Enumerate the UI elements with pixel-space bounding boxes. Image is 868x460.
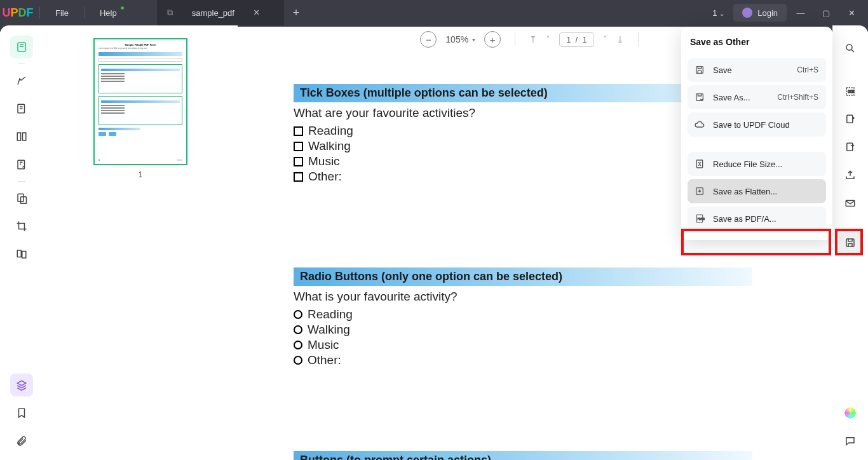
checkbox-icon[interactable] [294,126,303,136]
window-close-icon[interactable]: ✕ [840,1,863,24]
crop-tool-icon[interactable] [10,215,33,238]
save-panel-title: Save as Other [681,27,832,55]
flatten-icon [694,186,705,197]
save-to-cloud-button[interactable]: Save to UPDF Cloud [688,112,826,137]
tab-close-icon[interactable]: × [254,7,259,18]
layers-icon[interactable] [10,374,33,396]
new-tab-button[interactable]: + [284,6,309,20]
login-button[interactable]: Login [733,4,787,22]
redact-tool-icon[interactable] [10,187,33,210]
share-icon[interactable] [839,164,862,187]
svg-rect-8 [22,252,26,259]
save-button[interactable]: Save Ctrl+S [688,58,826,82]
form-tool-icon[interactable] [10,153,33,176]
menu-help[interactable]: Help [88,8,128,18]
menu-file[interactable]: File [44,8,80,18]
prev-page-icon[interactable]: ˄ [546,34,550,44]
radio-option[interactable]: Other: [294,353,752,367]
page-thumbnail[interactable]: Sample Fillable PDF Form Lorem ipsum tex… [93,38,187,165]
radio-icon[interactable] [294,325,302,334]
save-as-icon [694,91,705,103]
radio-icon[interactable] [294,310,302,319]
tab-label: sample_pdf [192,8,234,18]
reader-mode-icon[interactable] [10,36,33,58]
radio-option[interactable]: Reading [294,308,752,321]
reduce-file-size-button[interactable]: Reduce File Size... [688,152,826,176]
attachment-icon[interactable] [10,430,33,452]
svg-rect-19 [847,143,853,151]
organize-pages-icon[interactable] [10,125,33,148]
question-text: What is your favourite activity? [294,290,752,304]
pdfa-icon: PDF/A [694,213,705,224]
next-page-icon[interactable]: ˅ [603,34,607,44]
tab-doc-icon: ⧉ [167,8,173,18]
save-as-pdfa-button[interactable]: PDF/A Save as PDF/A... [688,206,826,231]
shortcut-label: Ctrl+Shift+S [777,93,818,102]
ocr-icon[interactable]: OCR [839,80,862,103]
last-page-icon[interactable]: ⤓ [616,34,624,44]
help-notification-dot [121,6,124,10]
radio-icon[interactable] [294,356,302,365]
first-page-icon[interactable]: ⤒ [529,34,537,44]
svg-text:PDF/A: PDF/A [698,217,705,220]
annotation-highlight-box [681,229,831,255]
zoom-dropdown-icon[interactable]: ▾ [472,36,475,43]
titlebar: UPDF File Help ⧉ sample_pdf × + 1 ⌄ Logi… [0,0,868,25]
save-as-other-panel: Save as Other Save Ctrl+S Save As... Ctr… [681,27,832,240]
radio-option[interactable]: Walking [294,323,752,337]
zoom-in-button[interactable]: + [484,31,501,48]
annotation-highlight-box [835,229,863,255]
comments-panel-icon[interactable] [839,430,862,452]
svg-point-15 [846,44,852,50]
save-as-flatten-button[interactable]: Save as Flatten... [688,179,826,203]
zoom-out-button[interactable]: − [420,31,437,48]
email-icon[interactable] [839,192,862,215]
document-tab[interactable]: ⧉ sample_pdf × [157,0,284,25]
svg-text:OCR: OCR [848,90,855,93]
search-icon[interactable] [839,37,862,60]
save-icon [694,64,705,76]
save-as-button[interactable]: Save As... Ctrl+Shift+S [688,85,826,109]
svg-rect-3 [23,133,26,140]
compare-tool-icon[interactable] [10,243,33,266]
updf-logo: UPDF [0,0,36,25]
ai-assistant-icon[interactable] [839,402,862,424]
zoom-level: 105% [445,34,468,44]
left-sidebar [0,25,43,460]
checkbox-icon[interactable] [294,157,303,166]
page-indicator[interactable]: 1 / 1 [559,32,594,47]
login-label: Login [757,8,778,18]
edit-pdf-icon[interactable] [10,97,33,120]
checkbox-icon[interactable] [294,142,303,151]
section-header-buttons: Buttons (to prompt certain actions) [294,451,752,460]
thumbnail-panel: Sample Fillable PDF Form Lorem ipsum tex… [43,25,238,460]
compress-icon [694,158,705,170]
shortcut-label: Ctrl+S [797,65,818,74]
svg-rect-2 [17,133,20,140]
checkbox-icon[interactable] [294,172,303,182]
workspace-selector[interactable]: 1 ⌄ [706,6,731,20]
thumbnail-page-number: 1 [139,170,143,179]
window-maximize-icon[interactable]: ▢ [815,1,837,24]
bookmark-icon[interactable] [10,402,33,424]
cloud-icon [694,119,705,130]
comment-tool-icon[interactable] [10,69,33,92]
svg-rect-7 [17,250,21,257]
svg-rect-18 [847,115,853,123]
export-icon[interactable] [839,108,862,131]
convert-icon[interactable] [839,136,862,159]
radio-option[interactable]: Music [294,338,752,352]
avatar-icon [742,8,752,18]
radio-icon[interactable] [294,341,302,349]
section-header-radio: Radio Buttons (only one option can be se… [294,267,752,286]
svg-rect-9 [696,67,703,74]
window-minimize-icon[interactable]: — [789,1,812,24]
